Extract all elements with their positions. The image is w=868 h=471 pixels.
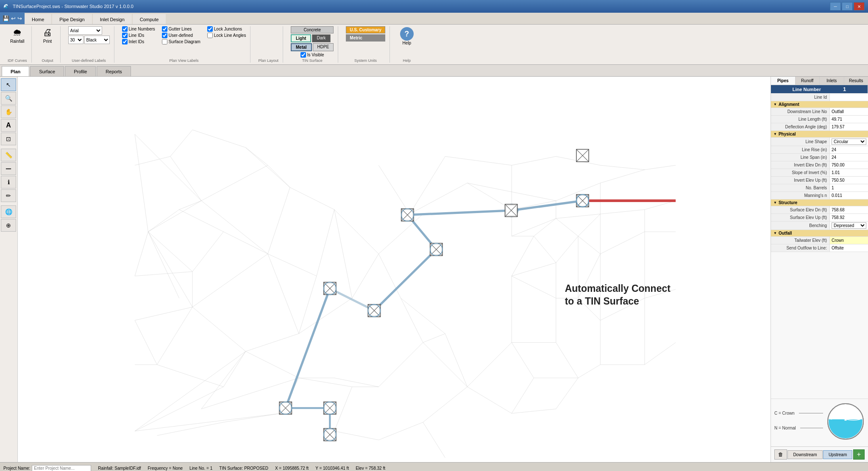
status-rainfall: Rainfall: SampleIDF.idf [98,466,141,471]
main-area: ↖ 🔍 ✋ A ⊡ 📏 ━━ ℹ ✏ 🌐 ⊕ [0,77,868,462]
tab-inlet-design[interactable]: Inlet Design [93,14,132,24]
label-invert-elev-up: Invert Elev Up (ft) [771,177,830,184]
pipe-color-dark[interactable]: Dark [312,34,330,42]
group-plan-view-labels: Line Numbers Line IDs Inlet IDs Gutter L… [118,26,251,63]
rp-tab-runoff[interactable]: Runoff [796,77,820,85]
upstream-button[interactable]: Upstream [823,450,852,459]
pipe-color-metal[interactable]: Metal [291,43,312,51]
value-invert-elev-dn[interactable]: 750.00 [830,161,868,169]
prop-mannings-n: Manning's n 0.011 [771,192,868,199]
tool-layers[interactable]: ⊕ [1,219,16,232]
pipe-color-concrete[interactable]: Concrete [291,26,334,33]
prop-send-outflow: Send Outflow to Line: Offsite [771,244,868,252]
canvas-area[interactable]: Automatically Connect to a TIN Surface [18,77,771,462]
value-send-outflow[interactable]: Offsite [830,244,868,252]
tab-home[interactable]: Home [25,14,51,24]
value-line-span[interactable]: 24 [830,154,868,161]
checkbox-surface-diagram[interactable]: Surface Diagram [162,39,200,44]
help-button[interactable]: ? Help [398,26,416,46]
font-name-select[interactable]: Arial [68,26,102,35]
tab-pipe-design[interactable]: Pipe Design [52,14,92,24]
crown-label: C = Crown [774,411,823,416]
tool-measure[interactable]: 📏 [1,149,16,161]
status-frequency: Frequency = None [148,466,183,471]
checkbox-user-defined[interactable]: User-defined [162,33,200,38]
tool-globe[interactable]: 🌐 [1,205,16,218]
value-deflection-angle[interactable]: 179.57 [830,123,868,130]
tool-zoom-window[interactable]: ⊡ [1,133,16,145]
view-tab-profile[interactable]: Profile [65,66,96,76]
rp-tab-inlets[interactable]: Inlets [820,77,844,85]
value-slope-of-invert[interactable]: 1.01 [830,169,868,176]
section-outfall[interactable]: Outfall [771,230,868,237]
label-line-shape: Line Shape [771,138,830,146]
group-help: ? Help Help [393,26,420,63]
section-physical[interactable]: Physical [771,131,868,138]
value-surface-elev-up[interactable]: 758.92 [830,214,868,221]
tool-select[interactable]: ↖ [1,78,16,91]
rainfall-button[interactable]: 🌧 Rainfall [8,26,27,44]
undo-icon[interactable]: ↩ [11,15,16,22]
maximize-button[interactable]: □ [842,2,853,11]
units-customary-button[interactable]: U.S. Customary [346,26,385,33]
value-mannings-n[interactable]: 0.011 [830,192,868,199]
checkbox-is-visible[interactable]: Is Visible [300,52,324,58]
view-tab-reports[interactable]: Reports [97,66,131,76]
project-name-input[interactable] [32,465,91,471]
group-label-system-units: System Units [354,58,377,63]
value-surface-elev-dn[interactable]: 758.68 [830,206,868,213]
value-invert-elev-up[interactable]: 750.50 [830,177,868,184]
status-tin-surface: TIN Surface: PROPOSED [219,466,268,471]
close-button[interactable]: ✕ [854,2,865,11]
value-line-id[interactable] [830,94,868,101]
tab-compute[interactable]: Compute [133,14,166,24]
pipe-color-hdpe[interactable]: HDPE [313,43,334,51]
group-print: 🖨 Print Output [35,26,61,63]
value-line-shape[interactable]: Circular [830,138,868,146]
value-downstream-line-no[interactable]: Outfall [830,108,868,115]
tool-edit[interactable]: ✏ [1,189,16,202]
delete-button[interactable]: 🗑 [774,449,787,460]
rp-tab-pipes[interactable]: Pipes [771,77,796,85]
rp-tab-results[interactable]: Results [844,77,868,85]
svg-rect-192 [829,419,862,439]
prop-surface-elev-up: Surface Elev Up (ft) 758.92 [771,214,868,222]
group-label-plan-view: Plan View Labels [170,58,199,63]
checkbox-line-ids[interactable]: Line IDs [122,33,155,38]
checkbox-line-numbers[interactable]: Line Numbers [122,26,155,32]
pipe-cross-section [826,402,865,441]
prop-line-span: Line Span (in) 24 [771,154,868,161]
checkbox-inlet-ids[interactable]: Inlet IDs [122,39,155,44]
tool-text[interactable]: A [1,119,16,132]
prop-line-shape: Line Shape Circular [771,138,868,146]
print-button[interactable]: 🖨 Print [40,26,55,44]
section-alignment[interactable]: Alignment [771,101,868,108]
minimize-button[interactable]: ─ [830,2,841,11]
font-color-select[interactable]: Black [84,36,110,44]
window-controls: ─ □ ✕ [830,2,865,11]
tool-pan[interactable]: ✋ [1,105,16,118]
tool-info[interactable]: ℹ [1,176,16,188]
section-structure[interactable]: Structure [771,199,868,206]
save-icon[interactable]: 💾 [3,15,9,22]
font-size-select[interactable]: 30 [68,36,83,44]
value-line-length[interactable]: 49.71 [830,116,868,123]
tool-pipe-horizontal[interactable]: ━━ [1,162,16,175]
units-metric-button[interactable]: Metric [346,34,385,42]
pipe-color-light[interactable]: Light [291,34,311,42]
add-button[interactable]: + [853,449,865,460]
value-line-rise[interactable]: 24 [830,146,868,153]
diagram-container: C = Crown N = Normal [774,402,865,441]
view-tab-plan[interactable]: Plan [2,66,29,76]
label-line-rise: Line Rise (in) [771,146,830,153]
checkbox-lock-junctions[interactable]: Lock Junctions [207,26,246,32]
view-tab-surface[interactable]: Surface [30,66,64,76]
value-no-barrels[interactable]: 1 [830,184,868,191]
downstream-button[interactable]: Downstream [787,450,822,459]
checkbox-gutter-lines[interactable]: Gutter Lines [162,26,200,32]
redo-icon[interactable]: ↪ [17,15,22,22]
checkbox-lock-line-angles[interactable]: Lock Line Angles [207,33,246,38]
tool-zoom-in[interactable]: 🔍 [1,92,16,105]
value-benching[interactable]: Depressed [830,222,868,230]
value-tailwater-elev[interactable]: Crown [830,237,868,244]
